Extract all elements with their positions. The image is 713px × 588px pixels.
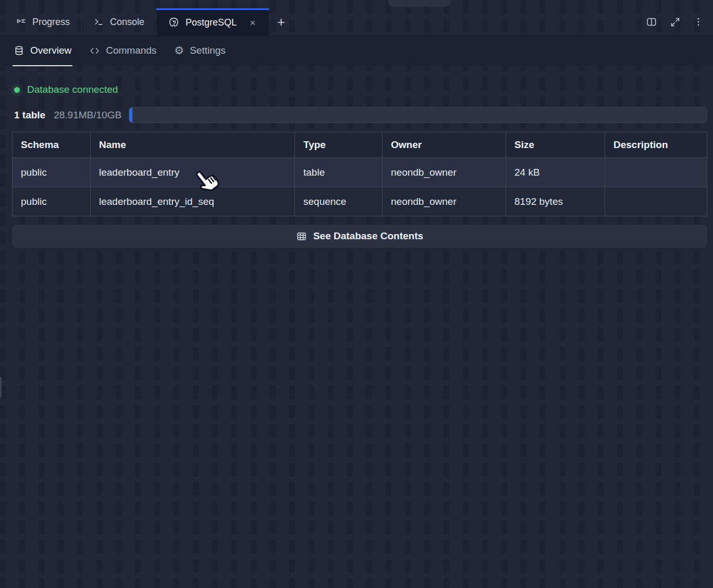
cell-type: sequence <box>295 187 383 216</box>
pane-resize-handle[interactable] <box>0 377 2 398</box>
table-grid-icon <box>296 231 307 242</box>
storage-progress-bar <box>129 107 707 123</box>
expand-icon[interactable] <box>670 17 681 28</box>
tab-settings[interactable]: ⚙ Settings <box>173 36 226 66</box>
col-header-schema: Schema <box>13 132 91 158</box>
cell-description <box>605 158 707 187</box>
db-objects-table: Schema Name Type Owner Size Description … <box>12 132 707 216</box>
storage-usage: 28.91MB/10GB <box>54 109 121 121</box>
close-tab-icon[interactable]: × <box>248 17 257 29</box>
db-status: Database connected <box>14 84 707 95</box>
tool-tab-label: Settings <box>190 45 226 56</box>
cell-size: 24 kB <box>506 158 605 187</box>
db-status-text: Database connected <box>27 84 118 95</box>
usage-row: 1 table 28.91MB/10GB <box>12 107 707 123</box>
postgresql-pane: { "window": { "tabs": [ { "label": "Prog… <box>0 0 713 588</box>
cell-name: leaderboard_entry_id_seq <box>91 187 295 216</box>
cell-owner: neondb_owner <box>383 158 506 187</box>
tab-postgresql[interactable]: PostgreSQL × <box>156 8 269 35</box>
tab-progress[interactable]: Progress <box>4 8 82 35</box>
col-header-name: Name <box>91 132 295 158</box>
tab-label: Progress <box>32 17 70 28</box>
progress-icon <box>16 17 27 28</box>
postgresql-elephant-icon <box>168 17 180 29</box>
tab-overview[interactable]: Overview <box>13 36 72 66</box>
tab-label: Console <box>110 17 144 28</box>
more-options-icon[interactable] <box>693 17 704 27</box>
split-pane-icon[interactable] <box>646 16 657 28</box>
cell-description <box>605 187 707 216</box>
tool-tab-label: Commands <box>106 45 156 56</box>
table-header-row: Schema Name Type Owner Size Description <box>13 132 707 158</box>
cell-schema: public <box>13 158 91 187</box>
button-label: See Database Contents <box>313 230 423 242</box>
table-row[interactable]: public leaderboard_entry_id_seq sequence… <box>13 187 707 216</box>
database-icon <box>14 45 24 56</box>
overview-content: Database connected 1 table 28.91MB/10GB … <box>0 66 713 248</box>
tab-console[interactable]: Console <box>82 8 156 35</box>
connected-dot-icon <box>14 87 20 93</box>
cell-schema: public <box>13 187 91 216</box>
cell-owner: neondb_owner <box>383 187 506 216</box>
cell-size: 8192 bytes <box>506 187 605 216</box>
code-brackets-icon <box>89 45 100 56</box>
cell-name: leaderboard_entry <box>91 158 295 187</box>
see-database-contents-button[interactable]: See Database Contents <box>12 225 707 248</box>
col-header-description: Description <box>605 132 707 158</box>
pane-toolbar: Overview Commands ⚙ Settings <box>0 36 713 66</box>
col-header-owner: Owner <box>383 132 506 158</box>
tables-count: 1 table <box>14 109 45 121</box>
table-row[interactable]: public leaderboard_entry table neondb_ow… <box>13 158 707 187</box>
gear-icon: ⚙ <box>174 45 184 56</box>
tab-bar: Progress Console PostgreSQL × + <box>0 8 713 36</box>
tab-label: PostgreSQL <box>186 17 237 28</box>
col-header-type: Type <box>295 132 383 158</box>
tabbar-actions <box>646 8 713 35</box>
top-strip <box>0 0 713 8</box>
tab-commands[interactable]: Commands <box>88 36 157 66</box>
tool-tab-label: Overview <box>30 45 71 56</box>
drag-handle-pill <box>388 0 451 7</box>
new-tab-button[interactable]: + <box>269 8 293 35</box>
console-icon <box>93 17 104 28</box>
storage-progress-fill <box>129 107 132 123</box>
cell-type: table <box>295 158 383 187</box>
col-header-size: Size <box>506 132 605 158</box>
tabbar-spacer <box>293 8 646 35</box>
